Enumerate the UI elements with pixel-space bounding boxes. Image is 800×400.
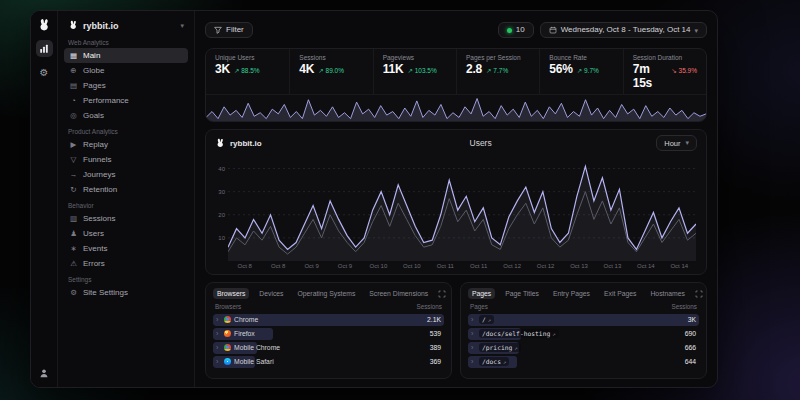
- sidebar-item-funnels[interactable]: ▽Funnels: [64, 152, 188, 167]
- x-tick-label: Oct 13: [570, 263, 588, 269]
- browser-row-chrome[interactable]: ›Chrome2.1K: [213, 314, 444, 327]
- profile-icon[interactable]: [36, 364, 53, 381]
- overview-sparkline[interactable]: [206, 94, 706, 121]
- sidebar-section-label: Web Analytics: [68, 39, 184, 46]
- browser-row-firefox[interactable]: ›Firefox539: [213, 328, 444, 341]
- chevron-down-icon: ▾: [685, 139, 689, 147]
- rybbit-logo-icon[interactable]: [37, 18, 52, 33]
- user-icon: ♟: [69, 229, 78, 238]
- sidebar-item-goals[interactable]: ◎Goals: [64, 108, 188, 123]
- site-switcher[interactable]: rybbit.io ▾: [64, 17, 188, 34]
- pages-tab-pages[interactable]: Pages: [468, 288, 495, 299]
- column-header-left: Browsers: [215, 303, 241, 310]
- sidebar-nav: Web Analytics▦Main⊕Globe▤Pages◔Performan…: [64, 34, 188, 300]
- browser-row-mobile-chrome[interactable]: ›Mobile Chrome389: [213, 342, 444, 355]
- sidebar-item-replay[interactable]: ▶Replay: [64, 137, 188, 152]
- stat-value: 7m 15s: [633, 62, 668, 90]
- chrome-icon: [224, 344, 231, 351]
- column-header-right: Sessions: [416, 303, 442, 310]
- topbar: Filter 10 Wednesday, Oct 8 - Tuesday, Oc…: [205, 19, 707, 41]
- pages-tabs: PagesPage TitlesEntry PagesExit PagesHos…: [468, 288, 699, 299]
- pages-tab-exit-pages[interactable]: Exit Pages: [600, 288, 641, 299]
- sidebar-item-label: Replay: [83, 140, 108, 150]
- sessions-value: 389: [430, 344, 441, 351]
- sidebar-item-retention[interactable]: ↻Retention: [64, 182, 188, 197]
- sidebar-item-performance[interactable]: ◔Performance: [64, 93, 188, 108]
- sidebar-item-globe[interactable]: ⊕Globe: [64, 63, 188, 78]
- browsers-tab-operating-systems[interactable]: Operating Systems: [294, 288, 360, 299]
- x-tick-label: Oct 10: [370, 263, 388, 269]
- sidebar-item-pages[interactable]: ▤Pages: [64, 78, 188, 93]
- sidebar-item-label: Globe: [83, 66, 104, 76]
- sidebar-section-label: Settings: [68, 276, 184, 283]
- browsers-tabs: BrowsersDevicesOperating SystemsScreen D…: [213, 288, 444, 299]
- x-tick-label: Oct 14: [637, 263, 655, 269]
- filter-button[interactable]: Filter: [205, 22, 253, 38]
- stat-label: Pageviews: [383, 54, 447, 61]
- stat-label: Unique Users: [215, 54, 280, 61]
- stat-change: ↗ 9.7%: [577, 67, 599, 75]
- grid-icon: ▦: [69, 51, 78, 60]
- target-icon: ◎: [69, 111, 78, 120]
- monitor-icon: ▥: [69, 214, 78, 223]
- y-tick-label: 10: [218, 235, 225, 241]
- rybbit-logo-icon: [68, 20, 79, 31]
- browser-row-mobile-safari[interactable]: ›Mobile Safari369: [213, 356, 444, 369]
- interval-select[interactable]: Hour ▾: [656, 135, 697, 151]
- rybbit-logo-icon: [215, 138, 226, 149]
- browsers-panel: BrowsersDevicesOperating SystemsScreen D…: [205, 282, 452, 379]
- stat-session-duration: Session Duration7m 15s↘ 35.9%: [623, 49, 706, 94]
- gear-icon[interactable]: ⚙: [36, 64, 53, 81]
- browsers-tab-browsers[interactable]: Browsers: [213, 288, 249, 299]
- page-row-docs[interactable]: ›/docs↗644: [468, 356, 699, 369]
- sidebar-item-site-settings[interactable]: ⚙Site Settings: [64, 285, 188, 300]
- expand-icon[interactable]: [695, 290, 703, 298]
- sidebar-item-errors[interactable]: ⚠Errors: [64, 256, 188, 271]
- app-window: ⚙ rybbit.io ▾ Web Analytics▦Main⊕Globe▤P…: [30, 10, 718, 388]
- pages-tab-entry-pages[interactable]: Entry Pages: [549, 288, 594, 299]
- browsers-tab-screen-dimensions[interactable]: Screen Dimensions: [365, 288, 432, 299]
- stat-line: 4K↗ 89.0%: [299, 62, 363, 76]
- sidebar-item-main[interactable]: ▦Main: [64, 48, 188, 63]
- page-row-docs-self-hosting[interactable]: ›/docs/self-hosting↗690: [468, 328, 699, 341]
- page-path: /pricing↗: [479, 343, 521, 352]
- y-tick-label: 20: [218, 212, 225, 218]
- stats-row: Unique Users3K↗ 88.5%Sessions4K↗ 89.0%Pa…: [206, 49, 706, 94]
- chrome-icon: [224, 316, 231, 323]
- sidebar-item-users[interactable]: ♟Users: [64, 226, 188, 241]
- y-tick-label: 40: [218, 166, 225, 172]
- sessions-value: 690: [685, 330, 696, 337]
- sidebar-section-label: Product Analytics: [68, 128, 184, 135]
- browsers-tab-devices[interactable]: Devices: [255, 288, 287, 299]
- stat-value: 11K: [383, 62, 404, 76]
- users-chart-card: rybbit.io Users Hour ▾ 40302010 Oct 8Oct…: [205, 129, 707, 275]
- date-range-picker[interactable]: Wednesday, Oct 8 - Tuesday, Oct 14 ▾: [540, 22, 707, 38]
- chevron-right-icon: ›: [471, 316, 476, 323]
- sidebar-item-journeys[interactable]: →Journeys: [64, 167, 188, 182]
- sessions-value: 369: [430, 358, 441, 365]
- page-row-[interactable]: ›/↗3K: [468, 314, 699, 327]
- page-path: /docs/self-hosting↗: [479, 329, 559, 338]
- chevron-right-icon: ›: [216, 316, 221, 323]
- sidebar-section-label: Behavior: [68, 202, 184, 209]
- page-row-pricing[interactable]: ›/pricing↗666: [468, 342, 699, 355]
- chevron-right-icon: ›: [471, 358, 476, 365]
- sidebar-item-sessions[interactable]: ▥Sessions: [64, 211, 188, 226]
- x-tick-label: Oct 14: [670, 263, 688, 269]
- pages-tab-page-titles[interactable]: Page Titles: [501, 288, 543, 299]
- browsers-table-header: Browsers Sessions: [213, 299, 444, 312]
- sidebar-item-events[interactable]: ∗Events: [64, 241, 188, 256]
- row-cells: ›Mobile Chrome389: [213, 344, 444, 351]
- x-tick-label: Oct 8: [238, 263, 252, 269]
- pages-tab-hostnames[interactable]: Hostnames: [646, 288, 688, 299]
- expand-icon[interactable]: [438, 290, 446, 298]
- analytics-icon[interactable]: [36, 40, 53, 57]
- stat-line: 3K↗ 88.5%: [215, 62, 280, 76]
- chart-brand: rybbit.io: [215, 138, 305, 149]
- sidebar-item-label: Journeys: [83, 170, 115, 180]
- main-content: Filter 10 Wednesday, Oct 8 - Tuesday, Oc…: [195, 11, 717, 387]
- live-users-pill[interactable]: 10: [498, 22, 534, 38]
- chart-plot[interactable]: [228, 157, 696, 261]
- chevron-right-icon: ›: [216, 330, 221, 337]
- file-icon: ▤: [69, 81, 78, 90]
